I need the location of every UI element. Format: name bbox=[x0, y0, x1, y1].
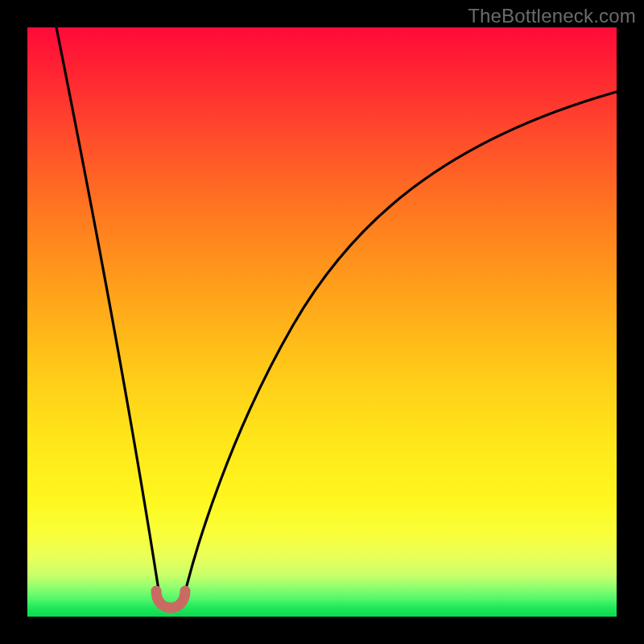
chart-frame: TheBottleneck.com bbox=[0, 0, 644, 644]
curve-right-branch bbox=[182, 92, 617, 605]
trough-u-marker bbox=[156, 591, 185, 608]
watermark-text: TheBottleneck.com bbox=[468, 5, 636, 27]
curve-left-branch bbox=[56, 27, 161, 605]
curves-svg bbox=[27, 27, 617, 617]
plot-area bbox=[27, 27, 617, 617]
